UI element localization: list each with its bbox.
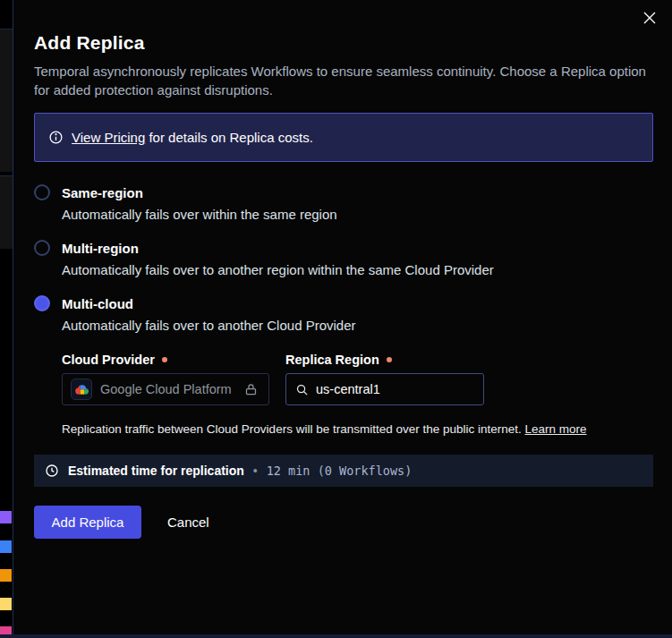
estimate-banner: Estimated time for replication • 12 min … (34, 455, 653, 487)
background-color-block (0, 511, 12, 523)
public-internet-note: Replication traffic between Cloud Provid… (62, 422, 653, 436)
option-multi-cloud: Multi-cloud Automatically fails over to … (34, 295, 653, 436)
radio-multi-region[interactable] (34, 240, 50, 256)
required-dot (387, 357, 392, 362)
cancel-button[interactable]: Cancel (167, 515, 209, 530)
radio-multi-cloud[interactable] (34, 295, 50, 311)
modal-footer: Add Replica Cancel (34, 506, 653, 539)
pricing-banner: View Pricing for details on Replica cost… (34, 113, 653, 162)
required-dot (162, 357, 167, 362)
view-pricing-link[interactable]: View Pricing (72, 130, 145, 145)
google-cloud-icon (71, 379, 92, 400)
multi-cloud-fields: Cloud Provider (62, 353, 653, 405)
option-description: Automatically fails over to another regi… (62, 262, 653, 277)
info-icon (48, 130, 64, 145)
background-color-block (0, 598, 12, 610)
modal-title: Add Replica (34, 32, 653, 54)
cloud-provider-label: Cloud Provider (62, 353, 269, 367)
clock-icon (45, 464, 59, 478)
estimate-label: Estimated time for replication (68, 464, 244, 478)
replica-region-box (285, 373, 484, 405)
bottom-page-line (0, 634, 672, 638)
estimate-value: 12 min (0 Workflows) (267, 464, 413, 478)
option-description: Automatically fails over within the same… (62, 207, 653, 222)
replica-region-field: Replica Region (285, 353, 484, 405)
radio-same-region[interactable] (34, 184, 50, 200)
replica-options: Same-region Automatically fails over wit… (34, 184, 653, 436)
option-multi-region: Multi-region Automatically fails over to… (34, 240, 653, 277)
cloud-provider-field: Cloud Provider (62, 353, 269, 405)
cloud-provider-select[interactable]: Google Cloud Platform (62, 373, 269, 405)
search-icon (295, 383, 309, 396)
option-same-region: Same-region Automatically fails over wit… (34, 184, 653, 222)
option-label: Multi-region (62, 241, 139, 256)
close-icon[interactable] (641, 9, 659, 27)
cloud-provider-value: Google Cloud Platform (100, 382, 232, 396)
add-replica-button[interactable]: Add Replica (34, 506, 141, 539)
background-page-edge (0, 0, 13, 638)
option-label: Multi-cloud (62, 296, 133, 311)
option-description: Automatically fails over to another Clou… (62, 318, 653, 333)
learn-more-link[interactable]: Learn more (525, 422, 587, 436)
replica-region-label: Replica Region (285, 353, 484, 367)
modal-description: Temporal asynchronously replicates Workf… (34, 62, 653, 99)
lock-icon (244, 383, 258, 396)
background-panel (0, 175, 13, 249)
background-panel (0, 29, 13, 172)
estimate-separator: • (253, 464, 258, 478)
add-replica-modal: Add Replica Temporal asynchronously repl… (13, 0, 672, 638)
pricing-banner-text: for details on Replica costs. (145, 130, 313, 145)
background-color-block (0, 540, 12, 553)
background-color-block (0, 569, 12, 582)
replica-region-input[interactable] (316, 382, 474, 396)
option-label: Same-region (62, 185, 143, 200)
